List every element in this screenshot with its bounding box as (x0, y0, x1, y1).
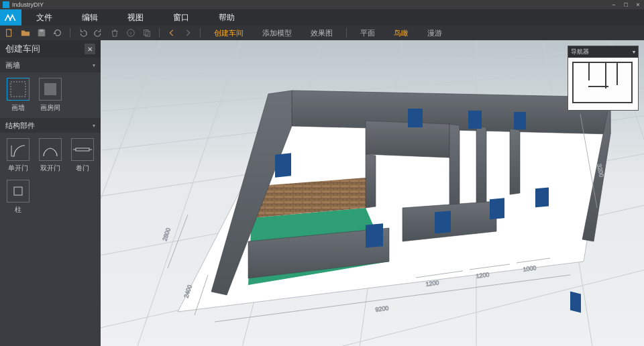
main-area: 创建车间 ✕ 画墙 ▾ 画墙 画房间 结构部件 ▾ (0, 40, 644, 346)
info-icon[interactable]: i (125, 27, 136, 38)
new-file-icon[interactable] (4, 27, 15, 38)
mode-add-model[interactable]: 添加模型 (256, 28, 299, 38)
svg-rect-50 (514, 112, 526, 129)
svg-line-20 (101, 47, 644, 80)
wall-draw-icon (7, 78, 30, 101)
separator (70, 28, 70, 38)
svg-rect-7 (11, 82, 25, 97)
app-icon (3, 1, 9, 8)
menu-bar: 文件 编辑 视图 窗口 帮助 (0, 9, 644, 25)
svg-text:1200: 1200 (425, 279, 439, 288)
window-maximize[interactable]: □ (620, 0, 632, 9)
room-draw-icon (39, 78, 62, 101)
tool-double-door[interactable]: 双开门 (38, 138, 63, 173)
refresh-icon[interactable] (52, 27, 63, 38)
section-components-label: 结构部件 (5, 121, 35, 131)
tool-label: 卷门 (76, 164, 89, 173)
mode-birdseye[interactable]: 鸟瞰 (387, 28, 415, 38)
tool-label: 柱 (15, 205, 21, 215)
svg-rect-49 (468, 111, 482, 129)
svg-line-56 (168, 215, 188, 268)
svg-rect-2 (40, 30, 43, 32)
minimap-title: 导航器 (571, 48, 589, 56)
column-icon (7, 180, 30, 203)
svg-rect-51 (366, 223, 383, 247)
save-icon[interactable] (36, 27, 47, 38)
open-folder-icon[interactable] (20, 27, 31, 38)
svg-rect-48 (408, 109, 423, 127)
arrow-left-icon[interactable] (166, 27, 177, 38)
panel-close-icon[interactable]: ✕ (85, 44, 95, 54)
svg-line-27 (101, 40, 161, 346)
svg-marker-43 (510, 129, 520, 194)
tool-label: 双开门 (40, 164, 60, 173)
minimap[interactable]: 导航器 ▾ (568, 46, 639, 111)
separator (159, 28, 160, 38)
chevron-down-icon: ▾ (93, 123, 95, 129)
mode-walk[interactable]: 漫游 (421, 28, 449, 38)
menu-view[interactable]: 视图 (113, 9, 158, 25)
svg-rect-10 (76, 148, 89, 151)
menu-file[interactable]: 文件 (21, 9, 67, 25)
svg-marker-42 (476, 126, 486, 208)
menu-help[interactable]: 帮助 (204, 9, 250, 25)
section-wall[interactable]: 画墙 ▾ (0, 58, 101, 72)
minimap-body (568, 58, 638, 110)
svg-rect-47 (275, 153, 291, 178)
svg-marker-44 (366, 154, 376, 208)
svg-text:2800: 2800 (161, 227, 172, 241)
section-components[interactable]: 结构部件 ▾ (0, 118, 101, 133)
toolbar: i 创建车间 添加模型 效果图 平面 鸟瞰 漫游 (0, 25, 644, 40)
menu-window[interactable]: 窗口 (158, 9, 204, 25)
svg-text:1200: 1200 (476, 271, 490, 280)
svg-text:1000: 1000 (523, 264, 537, 273)
menu-edit[interactable]: 编辑 (67, 9, 113, 25)
chevron-down-icon: ▾ (93, 62, 95, 68)
svg-marker-40 (366, 121, 449, 158)
panel-header: 创建车间 ✕ (0, 40, 101, 58)
floor-grid: 2800 2400 3200 1000 1200 1200 9200 (101, 40, 644, 346)
app-title: IndustryDIY (12, 1, 44, 8)
double-door-icon (39, 138, 62, 161)
svg-text:i: i (130, 31, 131, 36)
window-minimize[interactable]: − (608, 0, 620, 9)
svg-rect-13 (14, 187, 22, 195)
tool-label: 画房间 (40, 103, 60, 113)
roll-door-icon (71, 138, 94, 161)
tool-draw-room[interactable]: 画房间 (38, 78, 63, 113)
undo-icon[interactable] (77, 27, 88, 38)
svg-rect-55 (570, 292, 581, 313)
tool-roll-door[interactable]: 卷门 (70, 138, 95, 173)
tool-single-door[interactable]: 单开门 (5, 138, 31, 173)
mode-render[interactable]: 效果图 (304, 28, 339, 38)
sidebar: 创建车间 ✕ 画墙 ▾ 画墙 画房间 结构部件 ▾ (0, 40, 101, 346)
minimap-title-bar: 导航器 ▾ (568, 46, 638, 58)
copy-icon[interactable] (142, 27, 152, 38)
svg-rect-52 (435, 211, 451, 233)
svg-marker-41 (449, 124, 460, 215)
viewport-3d[interactable]: 2800 2400 3200 1000 1200 1200 9200 导航器 ▾ (101, 40, 644, 346)
svg-rect-8 (44, 83, 56, 95)
redo-icon[interactable] (93, 27, 104, 38)
brand-logo[interactable] (0, 9, 21, 25)
minimap-expand-icon[interactable]: ▾ (633, 49, 635, 55)
tool-draw-wall[interactable]: 画墙 (5, 78, 31, 113)
svg-rect-53 (490, 198, 504, 219)
mode-plan[interactable]: 平面 (354, 28, 382, 38)
separator (346, 28, 347, 38)
tool-column[interactable]: 柱 (5, 180, 31, 215)
mode-create-workshop[interactable]: 创建车间 (207, 28, 250, 38)
delete-icon[interactable] (109, 27, 120, 38)
title-bar: IndustryDIY − □ × (0, 0, 644, 9)
svg-rect-54 (535, 188, 549, 208)
single-door-icon (7, 138, 30, 161)
window-close[interactable]: × (632, 0, 644, 9)
svg-text:9200: 9200 (375, 304, 389, 313)
panel-title: 创建车间 (5, 43, 40, 55)
tool-label: 单开门 (8, 164, 28, 173)
tool-label: 画墙 (11, 103, 25, 113)
section-wall-label: 画墙 (5, 60, 20, 70)
separator (200, 28, 201, 38)
arrow-right-icon[interactable] (182, 27, 193, 38)
